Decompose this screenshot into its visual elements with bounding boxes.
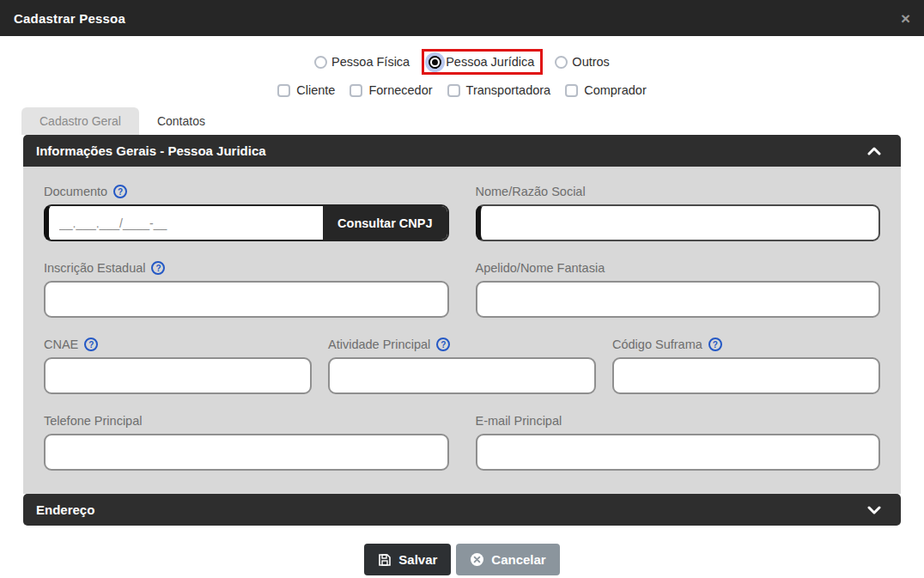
modal-header: Cadastrar Pessoa × [0, 0, 924, 36]
field-nome-razao: Nome/Razão Social [476, 185, 881, 241]
codigo-suframa-label: Código Suframa [612, 338, 702, 351]
checkbox-label: Cliente [296, 83, 335, 97]
field-apelido-fantasia: Apelido/Nome Fantasia [476, 261, 881, 318]
radio-label: Pessoa Jurídica [446, 55, 534, 69]
field-atividade-principal: Atividade Principal ? [328, 338, 596, 394]
radio-label: Pessoa Física [331, 55, 410, 69]
checkbox-icon[interactable] [277, 84, 290, 97]
cnae-input[interactable] [44, 357, 312, 394]
checkbox-label: Fornecedor [368, 83, 432, 97]
checkbox-comprador[interactable]: Comprador [565, 83, 647, 97]
field-telefone-principal: Telefone Principal [44, 414, 449, 471]
cancel-button[interactable]: Cancelar [456, 544, 559, 575]
address-section-title: Endereço [36, 502, 94, 517]
general-section: Informações Gerais - Pessoa Juridica Doc… [23, 135, 901, 526]
help-icon[interactable]: ? [151, 261, 165, 275]
apelido-fantasia-label: Apelido/Nome Fantasia [476, 261, 605, 275]
cnae-label: CNAE [44, 338, 78, 351]
field-inscricao-estadual: Inscrição Estadual ? [44, 261, 449, 318]
radio-icon[interactable] [555, 56, 568, 69]
inscricao-estadual-input[interactable] [44, 281, 449, 318]
nome-razao-input[interactable] [476, 204, 881, 241]
checkbox-icon[interactable] [565, 84, 578, 97]
address-section-header[interactable]: Endereço [23, 494, 901, 526]
field-codigo-suframa: Código Suframa ? [612, 338, 880, 394]
radio-icon-selected[interactable] [429, 56, 441, 69]
help-icon[interactable]: ? [84, 338, 98, 351]
cancel-icon [470, 552, 484, 567]
cancel-button-label: Cancelar [491, 552, 545, 567]
general-section-title: Informações Gerais - Pessoa Juridica [36, 143, 266, 158]
checkbox-cliente[interactable]: Cliente [277, 83, 335, 97]
tab-cadastro-geral[interactable]: Cadastro Geral [21, 107, 139, 135]
nome-razao-label: Nome/Razão Social [476, 185, 586, 198]
close-icon[interactable]: × [901, 10, 910, 27]
help-icon[interactable]: ? [113, 185, 127, 198]
chevron-down-icon[interactable] [867, 506, 881, 514]
inscricao-estadual-label: Inscrição Estadual [44, 261, 145, 275]
codigo-suframa-input[interactable] [612, 357, 880, 394]
consultar-cnpj-button[interactable]: Consultar CNPJ [323, 206, 447, 240]
field-documento: Documento ? Consultar CNPJ [44, 185, 449, 241]
radio-outros[interactable]: Outros [555, 55, 610, 69]
highlight-annotation-box: Pessoa Jurídica [422, 49, 543, 75]
email-principal-label: E-mail Principal [476, 414, 562, 428]
radio-icon[interactable] [314, 56, 327, 69]
tab-contatos[interactable]: Contatos [139, 107, 223, 135]
save-button-label: Salvar [398, 552, 437, 567]
email-principal-input[interactable] [476, 434, 881, 471]
checkbox-icon[interactable] [447, 84, 460, 97]
documento-input-group: Consultar CNPJ [44, 204, 449, 241]
atividade-principal-input[interactable] [328, 357, 596, 394]
field-email-principal: E-mail Principal [476, 414, 881, 471]
help-icon[interactable]: ? [708, 338, 722, 351]
atividade-principal-label: Atividade Principal [328, 338, 430, 351]
field-cnae: CNAE ? [44, 338, 312, 394]
roles-group: Cliente Fornecedor Transportadora Compra… [0, 83, 924, 97]
documento-input[interactable] [49, 206, 323, 240]
general-section-header[interactable]: Informações Gerais - Pessoa Juridica [23, 135, 901, 167]
telefone-principal-label: Telefone Principal [44, 414, 142, 428]
checkbox-label: Transportadora [466, 83, 551, 97]
checkbox-label: Comprador [584, 83, 647, 97]
save-button[interactable]: Salvar [364, 544, 451, 575]
radio-pessoa-fisica[interactable]: Pessoa Física [314, 55, 410, 69]
help-icon[interactable]: ? [436, 338, 450, 351]
telefone-principal-input[interactable] [44, 434, 449, 471]
documento-label: Documento [44, 185, 107, 198]
footer-actions: Salvar Cancelar [0, 544, 924, 575]
apelido-fantasia-input[interactable] [476, 281, 881, 318]
radio-pessoa-juridica[interactable]: Pessoa Jurídica [429, 55, 534, 69]
chevron-up-icon[interactable] [867, 147, 881, 155]
modal-title: Cadastrar Pessoa [14, 11, 125, 26]
save-icon [378, 553, 392, 567]
checkbox-icon[interactable] [350, 84, 362, 97]
checkbox-transportadora[interactable]: Transportadora [447, 83, 551, 97]
checkbox-fornecedor[interactable]: Fornecedor [350, 83, 432, 97]
general-section-body: Documento ? Consultar CNPJ Nome/Razão So… [23, 167, 901, 494]
radio-label: Outros [572, 55, 610, 69]
person-type-group: Pessoa Física Pessoa Jurídica Outros [0, 46, 924, 77]
tab-bar: Cadastro Geral Contatos [21, 107, 924, 135]
